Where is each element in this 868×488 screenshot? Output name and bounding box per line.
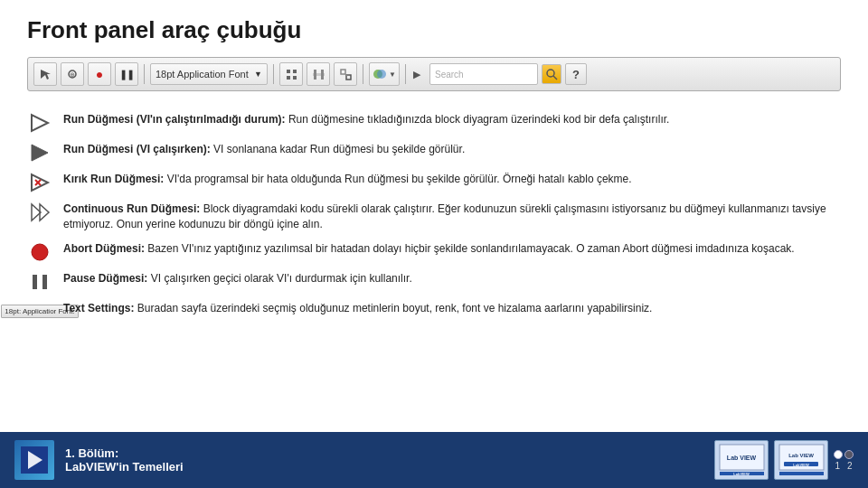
svg-text:⊕: ⊕ (70, 71, 75, 78)
move-btn[interactable]: ⊕ (61, 62, 84, 86)
current-page: 1 (835, 461, 840, 471)
small-play-icon: ▶ (413, 69, 420, 80)
pause-toolbar-btn[interactable]: ❚❚ (115, 62, 138, 86)
svg-marker-18 (32, 145, 48, 161)
page-numbers: 1 2 (835, 461, 852, 471)
page-dot-1 (834, 450, 843, 459)
svg-rect-25 (33, 275, 37, 289)
svg-rect-6 (293, 76, 297, 80)
main-content: Front panel araç çubuğu ⊕ ● ❚❚ 18pt Appl… (0, 0, 868, 434)
item-text-1: Run Düğmesi (VI'ın çalıştırılmadığı duru… (63, 112, 669, 127)
list-item: 18pt: Applicatior Font: Text Settings: B… (27, 296, 841, 326)
item-text-6: Pause Düğmesi: VI çalışırken geçici olar… (63, 271, 412, 286)
item-text-7: Text Settings: Buradan sayfa üzerindeki … (63, 301, 652, 316)
svg-text:LabVIEW: LabVIEW (793, 463, 809, 467)
search-placeholder-text: Search (435, 70, 464, 80)
continuous-run-icon (27, 202, 52, 222)
svg-rect-9 (321, 70, 324, 80)
list-item: Continuous Run Düğmesi: Block diyagramda… (27, 197, 841, 237)
item-text-2: Run Düğmesi (VI çalışırken): VI sonlanan… (63, 142, 465, 157)
resize-btn[interactable] (334, 62, 357, 86)
bottom-bar: 1. Bölüm: LabVIEW'in Temelleri Lab VIEW … (0, 432, 868, 488)
labview-logo (14, 440, 54, 480)
svg-marker-0 (41, 70, 51, 80)
sep4 (405, 64, 406, 84)
list-item: Kırık Run Düğmesi: VI'da programsal bir … (27, 167, 841, 197)
svg-point-24 (32, 244, 48, 260)
arrow-pointer-btn[interactable] (33, 62, 57, 86)
color-settings-btn[interactable]: ▼ (369, 62, 400, 86)
align-btn[interactable] (279, 62, 303, 86)
abort-icon (27, 242, 52, 262)
list-item: Pause Düğmesi: VI çalışırken geçici olar… (27, 267, 841, 296)
item-text-4: Continuous Run Düğmesi: Block diyagramda… (63, 202, 841, 232)
list-item: Run Düğmesi (VI çalışırken): VI sonlanan… (27, 137, 841, 167)
content-rows: Run Düğmesi (VI'ın çalıştırılmadığı duru… (27, 108, 841, 326)
item-text-5: Abort Düğmesi: Bazen VI'ınız yaptığınız … (63, 241, 795, 257)
svg-text:LabVIEW: LabVIEW (733, 472, 750, 476)
section-subtitle: LabVIEW'in Temelleri (65, 460, 184, 474)
run-filled-icon (27, 143, 52, 163)
svg-rect-4 (293, 70, 297, 73)
slide-thumb-1: Lab VIEW LabVIEW (714, 440, 769, 480)
run-abort-toolbar-btn[interactable]: ● (88, 62, 111, 86)
svg-point-14 (377, 70, 386, 79)
item-text-3: Kırık Run Düğmesi: VI'da programsal bir … (63, 172, 632, 187)
svg-text:Lab VIEW: Lab VIEW (788, 453, 814, 458)
list-item: Abort Düğmesi: Bazen VI'ınız yaptığınız … (27, 237, 841, 267)
color-btn-arrow: ▼ (389, 70, 396, 79)
svg-marker-17 (32, 115, 48, 131)
bottom-right-area: Lab VIEW LabVIEW Lab VIEW LabVIEW (714, 440, 854, 480)
section-line1: 1. Bölüm: (65, 446, 184, 460)
page-dots (834, 450, 854, 459)
svg-rect-5 (287, 76, 290, 80)
sep1 (144, 64, 145, 84)
help-button[interactable]: ? (565, 63, 587, 85)
toolbar-bar: ⊕ ● ❚❚ 18pt Application Font ▼ (27, 57, 841, 91)
page-dot-2 (844, 450, 854, 459)
section-title: Bölüm: (78, 446, 118, 460)
text-settings-icon: 18pt: Applicatior Font: (27, 302, 52, 322)
total-pages: 2 (847, 461, 853, 471)
bottom-text: 1. Bölüm: LabVIEW'in Temelleri (65, 446, 184, 474)
svg-text:Lab VIEW: Lab VIEW (726, 455, 756, 461)
dropdown-arrow-icon: ▼ (254, 70, 262, 79)
svg-rect-10 (341, 70, 345, 74)
pause-icon (27, 272, 52, 292)
page-title: Front panel araç çubuğu (27, 16, 841, 44)
svg-line-16 (553, 76, 557, 80)
search-box[interactable]: Search (429, 63, 538, 85)
sep2 (273, 64, 274, 84)
search-button[interactable] (542, 64, 561, 84)
font-dropdown[interactable]: 18pt Application Font ▼ (150, 63, 268, 85)
svg-point-15 (547, 70, 554, 77)
app-container: Front panel araç çubuğu ⊕ ● ❚❚ 18pt Appl… (0, 0, 868, 488)
section-number: 1. (65, 446, 75, 460)
run-broken-icon (27, 173, 52, 192)
svg-rect-8 (314, 70, 316, 80)
svg-marker-19 (32, 174, 48, 191)
svg-rect-3 (287, 70, 290, 73)
list-item: Run Düğmesi (VI'ın çalıştırılmadığı duru… (27, 108, 841, 137)
page-indicator: 1 2 (834, 450, 854, 471)
distribute-btn[interactable] (307, 62, 330, 86)
font-label: 18pt Application Font (156, 69, 249, 80)
slide-thumb-2: Lab VIEW LabVIEW (774, 440, 828, 480)
svg-rect-26 (42, 275, 47, 289)
run-arrow-icon (27, 113, 52, 133)
sep3 (363, 64, 363, 84)
svg-rect-39 (779, 472, 824, 475)
